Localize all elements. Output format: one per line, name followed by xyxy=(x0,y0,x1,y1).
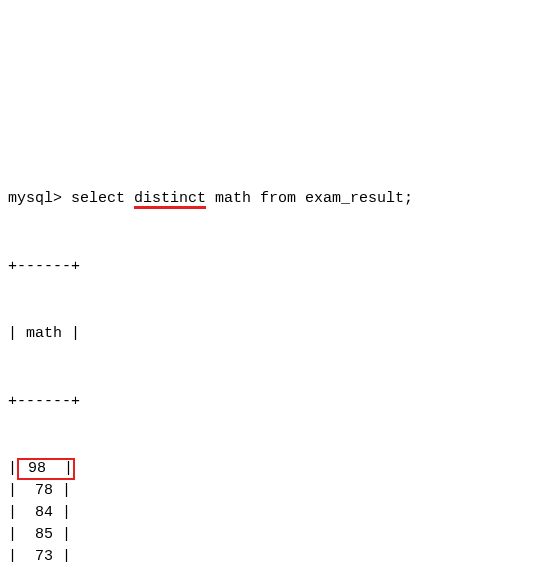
pipe: | xyxy=(55,458,73,481)
cell-value: 84 xyxy=(26,502,62,525)
pipe: | xyxy=(8,524,26,547)
table-row: |98 | xyxy=(8,458,538,480)
pipe: | xyxy=(8,458,17,481)
cell-value: 98 xyxy=(19,458,55,481)
pipe: | xyxy=(8,480,26,503)
table-row: | 84| xyxy=(8,502,538,524)
pipe: | xyxy=(62,546,71,562)
query-line-1: mysql> select distinct math from exam_re… xyxy=(8,188,538,211)
pipe: | xyxy=(62,524,71,547)
terminal-output: mysql> select distinct math from exam_re… xyxy=(8,98,538,562)
highlighted-value: 98 | xyxy=(17,458,75,480)
table-row: | 85| xyxy=(8,524,538,546)
cell-value: 78 xyxy=(26,480,62,503)
cell-value: 73 xyxy=(26,546,62,562)
column-header: math xyxy=(26,325,62,342)
table-row: | 73| xyxy=(8,546,538,562)
pipe: | xyxy=(8,546,26,562)
table-header-row: | math | xyxy=(8,323,538,346)
pipe: | xyxy=(62,502,71,525)
pipe: | xyxy=(62,480,71,503)
pipe: | xyxy=(8,502,26,525)
table-body-1: |98 || 78|| 84|| 85|| 73|| 65| xyxy=(8,458,538,562)
distinct-keyword: distinct xyxy=(134,191,206,209)
table-row: | 78| xyxy=(8,480,538,502)
mysql-prompt: mysql> xyxy=(8,190,62,207)
table-border: +------+ xyxy=(8,391,538,414)
cell-value: 85 xyxy=(26,524,62,547)
table-border: +------+ xyxy=(8,256,538,279)
